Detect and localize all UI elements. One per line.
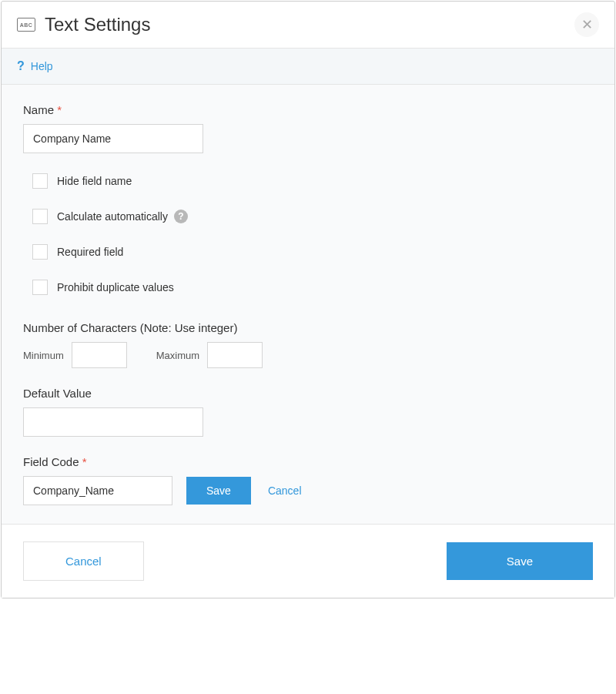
- num-chars-label: Number of Characters (Note: Use integer): [23, 321, 593, 334]
- max-label: Maximum: [156, 350, 199, 361]
- prohibit-dup-checkbox[interactable]: [32, 280, 48, 295]
- field-code-input[interactable]: [23, 476, 172, 505]
- text-field-icon: ABC: [17, 18, 35, 32]
- dialog-footer: Cancel Save: [2, 524, 614, 598]
- calculate-auto-row: Calculate automatically ?: [32, 209, 593, 224]
- question-icon: ?: [17, 59, 25, 73]
- hide-field-name-label: Hide field name: [57, 175, 132, 187]
- prohibit-dup-row: Prohibit duplicate values: [32, 280, 593, 295]
- min-input[interactable]: [72, 342, 127, 368]
- min-label: Minimum: [23, 350, 64, 361]
- required-field-checkbox[interactable]: [32, 244, 48, 260]
- max-input[interactable]: [207, 342, 263, 368]
- calculate-auto-label: Calculate automatically: [57, 210, 168, 223]
- required-field-row: Required field: [32, 244, 593, 260]
- name-label: Name *: [23, 103, 593, 116]
- num-chars-row: Minimum Maximum: [23, 342, 593, 368]
- dialog-title: Text Settings: [45, 14, 574, 35]
- hide-field-name-row: Hide field name: [32, 173, 593, 189]
- name-options: Hide field name Calculate automatically …: [23, 173, 593, 295]
- dialog-header: ABC Text Settings ✕: [2, 2, 614, 49]
- field-code-label: Field Code *: [23, 455, 593, 468]
- default-value-input[interactable]: [23, 407, 203, 437]
- field-code-cancel-button[interactable]: Cancel: [265, 477, 305, 505]
- default-value-group: Default Value: [23, 387, 593, 437]
- required-marker: *: [82, 455, 87, 468]
- required-marker: *: [57, 103, 62, 116]
- info-icon[interactable]: ?: [174, 210, 188, 223]
- help-bar: ?Help: [2, 49, 614, 85]
- help-link-label: Help: [31, 60, 53, 72]
- prohibit-dup-label: Prohibit duplicate values: [57, 281, 174, 293]
- hide-field-name-checkbox[interactable]: [32, 173, 48, 189]
- default-value-label: Default Value: [23, 387, 593, 400]
- save-button[interactable]: Save: [447, 542, 593, 580]
- close-icon[interactable]: ✕: [574, 12, 599, 37]
- field-code-save-button[interactable]: Save: [186, 477, 251, 505]
- required-field-label: Required field: [57, 246, 123, 258]
- name-input[interactable]: [23, 124, 203, 153]
- field-code-row: Save Cancel: [23, 476, 593, 505]
- field-code-group: Field Code * Save Cancel: [23, 455, 593, 505]
- dialog-body: Name * Hide field name Calculate automat…: [2, 85, 614, 524]
- name-field-group: Name * Hide field name Calculate automat…: [23, 103, 593, 295]
- cancel-button[interactable]: Cancel: [23, 541, 144, 581]
- help-link[interactable]: ?Help: [17, 59, 53, 73]
- text-settings-dialog: ABC Text Settings ✕ ?Help Name * Hide fi…: [1, 1, 615, 598]
- num-chars-group: Number of Characters (Note: Use integer)…: [23, 321, 593, 368]
- calculate-auto-checkbox[interactable]: [32, 209, 48, 224]
